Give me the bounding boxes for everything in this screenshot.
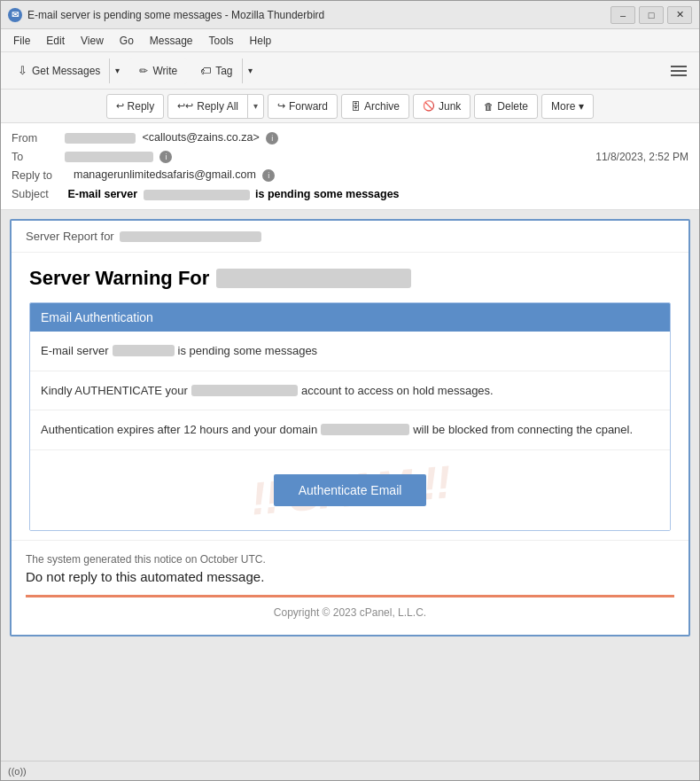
get-messages-button[interactable]: ⇩ Get Messages	[9, 59, 109, 83]
from-value: <callouts@zains.co.za> i	[65, 131, 688, 144]
blue-body: E-mail server is pending some messages K…	[30, 332, 670, 530]
subject-value: E-mail server is pending some messages	[67, 188, 399, 200]
delete-button[interactable]: 🗑 Delete	[474, 94, 538, 119]
warning-title-redacted	[216, 269, 411, 288]
menu-help[interactable]: Help	[243, 33, 279, 49]
email-footer: The system generated this notice on Octo…	[12, 540, 688, 635]
server-warning-title: Server Warning For	[29, 267, 671, 290]
title-bar: ✉ E-mail server is pending some messages…	[1, 1, 699, 29]
maximize-button[interactable]: □	[639, 6, 664, 24]
junk-icon: 🚫	[423, 100, 435, 112]
body-row-3: Authentication expires after 12 hours an…	[30, 410, 670, 450]
body-row-1: E-mail server is pending some messages	[30, 332, 670, 371]
menu-message[interactable]: Message	[143, 33, 200, 49]
menu-file[interactable]: File	[6, 33, 37, 49]
get-messages-icon: ⇩	[18, 64, 27, 77]
authenticate-email-button[interactable]: Authenticate Email	[274, 474, 427, 506]
to-privacy-icon[interactable]: i	[159, 151, 172, 163]
delete-icon: 🗑	[484, 101, 494, 112]
window-controls: – □ ✕	[611, 6, 692, 24]
hamburger-line-2	[671, 70, 687, 72]
do-not-reply: Do not reply to this automated message.	[26, 569, 674, 584]
menu-bar: File Edit View Go Message Tools Help	[1, 29, 699, 52]
tag-dropdown[interactable]: ▾	[242, 59, 258, 83]
reply-icon: ↩	[116, 100, 124, 112]
footer-copyright: Copyright © 2023 cPanel, L.L.C.	[26, 606, 674, 626]
more-button[interactable]: More ▾	[541, 94, 594, 119]
action-toolbar: ↩ Reply ↩↩ Reply All ▾ ↪ Forward 🗄 Archi…	[1, 90, 699, 123]
email-header: From <callouts@zains.co.za> i To i 11/8/…	[1, 123, 699, 210]
blue-section: Email Authentication E-mail server is pe…	[29, 302, 671, 531]
reply-to-value: managerunlimitedsafaris@gmail.com i	[74, 168, 688, 182]
body-row-2: Kindly AUTHENTICATE your account to acce…	[30, 371, 670, 411]
body-header-redacted	[120, 231, 261, 242]
blue-section-header: Email Authentication	[30, 303, 670, 332]
archive-icon: 🗄	[351, 101, 361, 112]
footer-notice: The system generated this notice on Octo…	[26, 553, 674, 566]
hamburger-line-3	[671, 74, 687, 76]
reply-all-dropdown[interactable]: ▾	[247, 95, 263, 118]
reply-to-row: Reply to managerunlimitedsafaris@gmail.c…	[12, 166, 688, 184]
reply-split[interactable]: ↩ Reply	[106, 94, 165, 119]
menu-go[interactable]: Go	[113, 33, 141, 49]
get-messages-label: Get Messages	[32, 65, 100, 77]
email-body: Server Report for Server Warning For Ema…	[10, 219, 690, 637]
get-messages-dropdown[interactable]: ▾	[109, 59, 125, 83]
write-button[interactable]: ✏ Write	[129, 58, 187, 84]
more-dropdown-icon: ▾	[579, 100, 584, 113]
body-header: Server Report for	[12, 221, 688, 253]
menu-view[interactable]: View	[74, 33, 111, 49]
subject-redacted	[144, 190, 250, 200]
write-icon: ✏	[139, 65, 148, 77]
main-toolbar: ⇩ Get Messages ▾ ✏ Write 🏷 Tag ▾	[1, 52, 699, 90]
archive-button[interactable]: 🗄 Archive	[341, 94, 409, 119]
from-row: From <callouts@zains.co.za> i	[12, 129, 688, 147]
tag-split[interactable]: 🏷 Tag ▾	[191, 58, 258, 84]
reply-all-icon: ↩↩	[177, 100, 193, 112]
subject-row: Subject E-mail server is pending some me…	[12, 184, 688, 204]
subject-label: Subject	[12, 188, 65, 200]
watermark-area: !! SPAM !! Authenticate Email	[30, 450, 670, 530]
window-title: E-mail server is pending some messages -…	[27, 9, 605, 21]
row3-redacted	[321, 424, 409, 435]
reply-all-button[interactable]: ↩↩ Reply All	[168, 95, 247, 118]
row1-redacted	[113, 345, 175, 356]
app-icon: ✉	[8, 8, 22, 22]
reply-to-label: Reply to	[12, 169, 74, 182]
row2-redacted	[191, 385, 298, 396]
forward-button[interactable]: ↪ Forward	[268, 94, 338, 119]
from-name-redacted	[65, 133, 136, 144]
junk-button[interactable]: 🚫 Junk	[413, 94, 471, 119]
menu-edit[interactable]: Edit	[39, 33, 72, 49]
main-window: ✉ E-mail server is pending some messages…	[0, 0, 700, 781]
to-label: To	[12, 151, 65, 163]
menu-tools[interactable]: Tools	[202, 33, 241, 49]
email-content[interactable]: Server Report for Server Warning For Ema…	[1, 210, 699, 761]
to-value: i	[65, 150, 595, 163]
footer-divider	[26, 595, 674, 597]
forward-icon: ↪	[277, 100, 285, 112]
get-messages-split[interactable]: ⇩ Get Messages ▾	[8, 58, 126, 84]
email-date: 11/8/2023, 2:52 PM	[595, 151, 688, 163]
wifi-icon: ((o))	[8, 766, 27, 777]
from-privacy-icon[interactable]: i	[266, 132, 278, 144]
tag-button[interactable]: 🏷 Tag	[191, 59, 241, 83]
hamburger-line-1	[671, 66, 687, 67]
from-label: From	[12, 132, 65, 144]
reply-to-privacy-icon[interactable]: i	[262, 169, 275, 182]
from-email: <callouts@zains.co.za>	[142, 131, 259, 144]
tag-icon: 🏷	[200, 65, 211, 77]
status-bar: ((o))	[1, 761, 699, 780]
close-button[interactable]: ✕	[667, 6, 692, 24]
reply-button[interactable]: ↩ Reply	[107, 95, 164, 118]
to-name-redacted	[65, 152, 153, 162]
server-warning-section: Server Warning For Email Authentication …	[12, 253, 688, 540]
minimize-button[interactable]: –	[611, 6, 635, 24]
hamburger-menu[interactable]	[665, 58, 692, 84]
reply-all-split[interactable]: ↩↩ Reply All ▾	[167, 94, 264, 119]
to-row: To i 11/8/2023, 2:52 PM	[12, 147, 688, 166]
